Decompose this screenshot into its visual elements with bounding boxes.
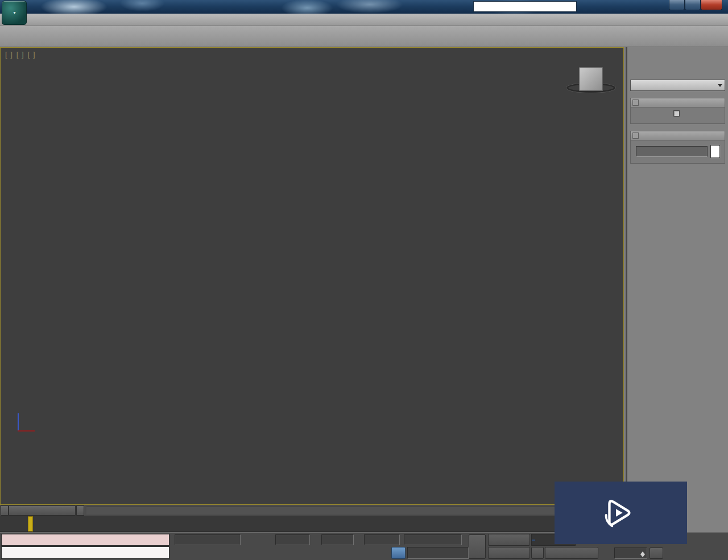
collapse-icon[interactable] [632,132,639,139]
menu-bar [0,14,728,26]
rollout-name-color-header[interactable] [630,131,725,140]
crossing-cube-toggle[interactable] [391,547,406,559]
autogrid-checkbox[interactable] [673,110,680,117]
collapse-icon[interactable] [632,99,639,106]
app-menu-arrow-icon: ▾ [13,10,15,15]
time-slider-row [0,505,624,516]
infocenter-search[interactable] [473,1,577,12]
rollout-object-type-body [630,107,725,124]
set-keys-mode-button[interactable] [488,547,530,559]
application-menu-button[interactable]: ▾ [2,1,27,25]
viewport-menu-view[interactable] [16,50,24,59]
close-button[interactable] [701,0,722,10]
viewport-menu-shading[interactable] [28,50,36,59]
grid-setting-display [404,534,462,545]
main-toolbar [0,26,728,47]
rollout-object-type-header[interactable] [630,98,725,107]
watermark-play-logo-icon [600,495,635,530]
frame-spinner[interactable] [639,549,646,557]
spinner-up-icon[interactable] [640,549,645,554]
absolute-mode-transform-toggle[interactable] [255,534,266,545]
selection-lock-toggle[interactable] [242,534,254,545]
world-axis-tripod [14,409,48,437]
rollout-name-color-body [630,140,725,164]
time-slider-thumb[interactable] [9,505,76,516]
x-coordinate-field[interactable] [275,534,310,545]
viewcube[interactable] [579,67,603,91]
command-panel-tabs [627,47,728,63]
time-slider-track[interactable] [86,507,622,515]
viewport-menu-general[interactable] [5,50,13,59]
create-categories [627,63,728,78]
axis-z-line [18,413,19,430]
search-input[interactable] [473,1,577,12]
title-bar [0,0,728,14]
maxscript-listener-field[interactable] [1,546,169,559]
auto-key-button[interactable] [488,534,530,546]
set-key-button[interactable] [469,534,486,559]
next-frame-button[interactable] [76,505,84,516]
spinner-down-icon[interactable] [640,554,645,559]
macro-recorder-field[interactable] [1,534,169,546]
y-coordinate-field[interactable] [321,534,354,545]
viewport-label [5,50,36,59]
minimize-button[interactable] [669,0,685,10]
default-in-out-tangents-button[interactable] [531,547,544,559]
open-mini-curve-editor-button[interactable] [17,518,31,529]
track-bar-ruler[interactable] [0,516,624,532]
key-filters-button[interactable] [545,547,598,559]
watermark-overlay [555,482,687,544]
object-name-input[interactable] [636,146,708,157]
z-coordinate-field[interactable] [364,534,400,545]
object-color-swatch[interactable] [710,145,720,158]
window-controls [669,0,722,10]
status-line [175,534,241,545]
subcategory-dropdown[interactable] [630,80,725,91]
autogrid-row [632,110,723,117]
previous-frame-button[interactable] [1,505,9,516]
key-mode-toggle[interactable] [601,547,613,558]
viewport-front[interactable] [0,47,624,505]
restore-button[interactable] [685,0,701,10]
add-time-tag[interactable] [407,547,469,559]
command-panel [626,47,728,532]
current-frame-field[interactable] [614,547,647,559]
dropdown-arrow-icon [718,84,722,89]
axis-x-line [18,430,35,432]
selection-set-value [532,540,535,541]
